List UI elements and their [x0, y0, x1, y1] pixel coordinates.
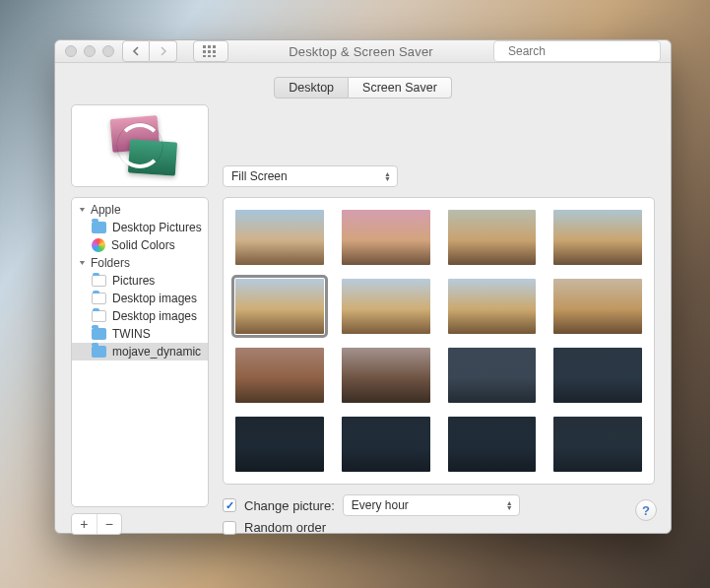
- left-column: Apple Desktop Pictures Solid Colors Fold…: [71, 104, 209, 535]
- fill-mode-value: Fill Screen: [231, 169, 288, 183]
- wallpaper-thumb[interactable]: [448, 210, 537, 265]
- search-field[interactable]: [493, 40, 661, 62]
- wallpaper-thumb[interactable]: [342, 210, 430, 265]
- source-group-folders[interactable]: Folders: [72, 254, 208, 272]
- source-group-apple[interactable]: Apple: [72, 201, 208, 219]
- nav-buttons: [122, 40, 177, 62]
- source-folder[interactable]: Desktop images: [72, 290, 208, 307]
- traffic-lights: [65, 45, 114, 57]
- wallpaper-thumb[interactable]: [553, 348, 642, 403]
- source-label: TWINS: [112, 327, 151, 341]
- svg-rect-8: [213, 55, 216, 57]
- random-order-label: Random order: [244, 520, 326, 535]
- wallpaper-thumb[interactable]: [235, 417, 324, 472]
- change-picture-row: Change picture: Every hour ▲▼: [223, 494, 655, 516]
- show-all-button[interactable]: [193, 40, 228, 62]
- search-input[interactable]: [508, 44, 656, 58]
- folder-icon: [92, 222, 106, 233]
- forward-button[interactable]: [150, 40, 177, 62]
- wallpaper-thumb[interactable]: [553, 210, 642, 265]
- chevron-right-icon: [160, 46, 167, 56]
- wallpaper-thumb[interactable]: [448, 417, 537, 472]
- close-icon[interactable]: [65, 45, 77, 57]
- tab-screen-saver[interactable]: Screen Saver: [349, 77, 452, 98]
- random-order-checkbox[interactable]: [223, 521, 236, 535]
- source-label: Solid Colors: [111, 238, 175, 252]
- svg-rect-6: [203, 55, 206, 57]
- source-list: Apple Desktop Pictures Solid Colors Fold…: [71, 197, 209, 507]
- svg-rect-7: [208, 55, 211, 57]
- wallpaper-grid: [223, 197, 655, 485]
- wallpaper-thumb[interactable]: [553, 417, 642, 472]
- source-desktop-pictures[interactable]: Desktop Pictures: [72, 219, 208, 236]
- wallpaper-thumb[interactable]: [342, 417, 430, 472]
- preferences-window: Desktop & Screen Saver Desktop Screen Sa…: [54, 39, 672, 534]
- source-solid-colors[interactable]: Solid Colors: [72, 236, 208, 254]
- right-column: Fill Screen ▲▼: [223, 104, 655, 535]
- wallpaper-thumb[interactable]: [448, 279, 537, 334]
- color-swatch-icon: [92, 238, 105, 252]
- svg-rect-0: [203, 45, 206, 48]
- svg-rect-5: [213, 50, 216, 53]
- source-folder[interactable]: Desktop images: [72, 307, 208, 325]
- source-label: Pictures: [112, 274, 155, 288]
- folder-icon: [92, 293, 106, 304]
- wallpaper-thumb-selected[interactable]: [235, 279, 324, 334]
- source-folder[interactable]: Pictures: [72, 272, 208, 290]
- updown-icon: ▲▼: [506, 500, 513, 510]
- svg-rect-4: [208, 50, 211, 53]
- content-area: Apple Desktop Pictures Solid Colors Fold…: [55, 104, 671, 543]
- help-button[interactable]: ?: [635, 499, 657, 521]
- source-folder-selected[interactable]: mojave_dynamic: [72, 343, 208, 360]
- svg-rect-1: [208, 45, 211, 48]
- add-remove-control: + −: [71, 513, 122, 535]
- wallpaper-thumb[interactable]: [448, 348, 537, 403]
- wallpaper-thumb[interactable]: [553, 279, 642, 334]
- titlebar: Desktop & Screen Saver: [55, 40, 671, 63]
- change-picture-label: Change picture:: [244, 498, 335, 513]
- random-order-row: Random order: [223, 520, 655, 535]
- wallpaper-thumb[interactable]: [342, 279, 430, 334]
- wallpaper-thumb[interactable]: [235, 210, 324, 265]
- window-title: Desktop & Screen Saver: [236, 44, 485, 59]
- updown-icon: ▲▼: [384, 171, 391, 181]
- interval-value: Every hour: [352, 498, 409, 512]
- thumbnail-grid: [235, 210, 642, 472]
- cycle-icon: [117, 123, 162, 168]
- zoom-icon[interactable]: [102, 45, 114, 57]
- source-label: Desktop Pictures: [112, 221, 202, 234]
- interval-dropdown[interactable]: Every hour ▲▼: [343, 494, 520, 516]
- source-label: Desktop images: [112, 292, 197, 305]
- fill-mode-dropdown[interactable]: Fill Screen ▲▼: [223, 165, 398, 187]
- folder-icon: [92, 275, 106, 287]
- current-wallpaper-preview: [71, 104, 209, 187]
- tab-desktop[interactable]: Desktop: [274, 77, 349, 98]
- change-picture-checkbox[interactable]: [223, 498, 236, 512]
- back-button[interactable]: [122, 40, 150, 62]
- source-label: mojave_dynamic: [112, 345, 201, 359]
- grid-icon: [203, 45, 219, 57]
- remove-folder-button[interactable]: −: [97, 514, 122, 534]
- svg-rect-2: [213, 45, 216, 48]
- tab-bar: Desktop Screen Saver: [55, 63, 671, 104]
- folder-icon: [92, 328, 106, 340]
- source-label: Desktop images: [112, 309, 197, 323]
- wallpaper-thumb[interactable]: [342, 348, 430, 403]
- minimize-icon[interactable]: [84, 45, 96, 57]
- folder-icon: [92, 310, 106, 322]
- svg-rect-3: [203, 50, 206, 53]
- source-folder[interactable]: TWINS: [72, 325, 208, 343]
- add-folder-button[interactable]: +: [72, 514, 97, 534]
- folder-icon: [92, 346, 106, 358]
- chevron-left-icon: [132, 46, 140, 56]
- wallpaper-thumb[interactable]: [235, 348, 324, 403]
